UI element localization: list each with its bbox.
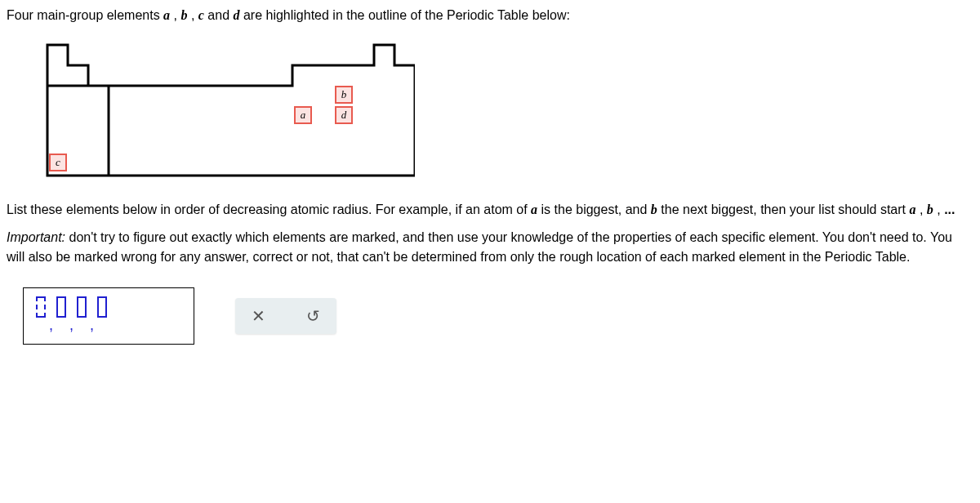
important-label: Important: [7, 230, 65, 244]
cell-c: c [49, 154, 67, 171]
instruction-text: List these elements below in order of de… [7, 200, 973, 220]
question-intro: Four main-group elements a , b , c and d… [7, 7, 973, 24]
answer-input-box[interactable]: , , , [23, 287, 194, 345]
comma: , [69, 317, 74, 334]
periodic-table-outline [39, 37, 415, 184]
cell-b: b [335, 86, 353, 104]
answer-area: , , , ✕ ↺ [23, 287, 973, 345]
dots: ... [944, 203, 955, 216]
var-a: a [163, 8, 170, 22]
clear-button[interactable]: ✕ [252, 306, 265, 326]
instr-suffix: the next biggest, then your list should … [657, 203, 910, 216]
answer-slot-1[interactable] [36, 296, 46, 318]
cell-d: d [335, 106, 353, 124]
example-b: b [927, 203, 933, 216]
sep: and [204, 8, 234, 22]
important-body: don't try to figure out exactly which el… [7, 230, 952, 264]
reset-button[interactable]: ↺ [306, 306, 320, 326]
instr-prefix: List these elements below in order of de… [7, 203, 531, 216]
sep: , [170, 8, 180, 22]
instr-var-b: b [651, 203, 657, 216]
sep: , [187, 8, 198, 22]
instr-mid: is the biggest, and [537, 203, 651, 216]
answer-slot-2[interactable] [56, 296, 66, 318]
instr-var-a: a [531, 203, 537, 216]
comma: , [49, 317, 53, 334]
intro-prefix: Four main-group elements [7, 8, 163, 22]
sep: , [915, 203, 926, 216]
sep: , [933, 203, 944, 216]
answer-slot-3[interactable] [77, 296, 87, 318]
answer-slot-4[interactable] [97, 296, 107, 318]
important-note: Important: don't try to figure out exact… [7, 228, 973, 267]
intro-suffix: are highlighted in the outline of the Pe… [239, 8, 569, 22]
var-c: c [198, 8, 204, 22]
comma: , [90, 317, 94, 334]
periodic-table-diagram: c a b d [39, 37, 415, 184]
cell-a: a [294, 106, 312, 124]
button-bar: ✕ ↺ [235, 298, 336, 334]
